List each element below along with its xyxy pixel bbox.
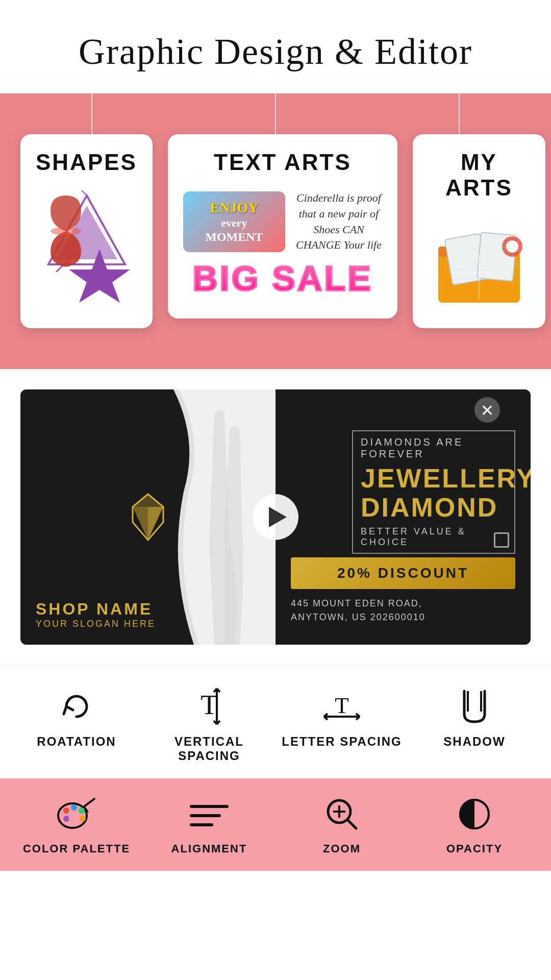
shapes-card-title: SHAPES bbox=[36, 150, 137, 175]
hanging-line-2 bbox=[275, 93, 276, 134]
vertical-spacing-tool[interactable]: T VERTICAL SPACING bbox=[143, 686, 276, 763]
svg-marker-15 bbox=[133, 494, 163, 507]
svg-line-50 bbox=[348, 820, 356, 828]
opacity-icon bbox=[454, 794, 495, 835]
video-right-panel: DIAMONDS ARE FOREVER JEWELLERY DIAMOND B… bbox=[276, 389, 531, 645]
discount-badge: 20% DISCOUNT bbox=[291, 557, 515, 589]
pink-section: SHAPES bbox=[0, 93, 551, 369]
text-box-outline: DIAMONDS ARE FOREVER JEWELLERY DIAMOND B… bbox=[352, 430, 515, 554]
video-left-panel: SHOP NAME YOUR SLOGAN HERE bbox=[20, 389, 276, 645]
svg-point-13 bbox=[506, 240, 518, 253]
shapes-visual bbox=[36, 185, 137, 313]
shop-name: SHOP NAME bbox=[36, 600, 260, 619]
better-value-text: BETTER VALUE & CHOICE bbox=[361, 526, 507, 548]
color-palette-svg bbox=[56, 796, 97, 832]
svg-point-41 bbox=[69, 815, 76, 822]
zoom-icon bbox=[321, 794, 362, 835]
app-title: Graphic Design & Editor bbox=[10, 31, 541, 73]
discount-text: 20% DISCOUNT bbox=[306, 565, 500, 581]
my-arts-card-title: MY ARTS bbox=[428, 150, 530, 201]
shapes-card[interactable]: SHAPES bbox=[20, 134, 153, 328]
svg-text:T: T bbox=[335, 693, 349, 718]
zoom-svg bbox=[324, 796, 360, 832]
opacity-tool[interactable]: OPACITY bbox=[408, 794, 541, 855]
alignment-icon bbox=[189, 794, 230, 835]
cinderella-text: Cinderella is proof that a new pair of S… bbox=[295, 190, 382, 253]
jewellery-diamond-text: JEWELLERY DIAMOND bbox=[361, 464, 507, 522]
alignment-tool[interactable]: ALIGNMENT bbox=[143, 794, 276, 855]
shop-slogan: YOUR SLOGAN HERE bbox=[36, 619, 260, 629]
vertical-spacing-icon: T bbox=[189, 686, 230, 727]
letter-spacing-tool[interactable]: T LETTER SPACING bbox=[276, 686, 408, 749]
opacity-label: OPACITY bbox=[446, 842, 503, 855]
hanging-lines bbox=[0, 93, 551, 134]
vertical-spacing-svg: T bbox=[191, 686, 227, 727]
svg-point-38 bbox=[79, 807, 85, 814]
diamond-logo bbox=[122, 492, 173, 543]
my-arts-card[interactable]: MY ARTS bbox=[413, 134, 545, 328]
alignment-svg bbox=[189, 796, 230, 832]
color-palette-label: COLOR PALETTE bbox=[23, 842, 130, 855]
zoom-label: ZOOM bbox=[323, 842, 361, 855]
hanging-line-3 bbox=[459, 93, 460, 134]
svg-point-4 bbox=[51, 227, 81, 235]
letter-spacing-label: LETTER SPACING bbox=[282, 734, 402, 749]
address-text: 445 MOUNT EDEN ROAD, ANYTOWN, US 2026000… bbox=[291, 597, 515, 624]
text-arts-card-title: TEXT ARTS bbox=[183, 150, 382, 175]
shadow-icon bbox=[454, 686, 495, 727]
shadow-label: SHADOW bbox=[443, 734, 505, 749]
text-arts-visual: ENJOY every MOMENT Cinderella is proof t… bbox=[183, 185, 382, 303]
rotation-tool[interactable]: ROATATION bbox=[10, 686, 143, 749]
vertical-spacing-label: VERTICAL SPACING bbox=[143, 734, 276, 763]
zoom-tool[interactable]: ZOOM bbox=[276, 794, 408, 855]
toolbar: ROATATION T VERTICAL SPACING T bbox=[0, 665, 551, 778]
close-button[interactable] bbox=[474, 397, 500, 423]
enjoy-badge: ENJOY every MOMENT bbox=[183, 191, 285, 252]
text-arts-card[interactable]: TEXT ARTS ENJOY every MOMENT Cinderella … bbox=[168, 134, 397, 318]
cards-row: SHAPES bbox=[20, 134, 531, 328]
opacity-svg bbox=[457, 796, 492, 832]
rotation-label: ROATATION bbox=[37, 734, 116, 749]
letter-spacing-svg: T bbox=[321, 689, 362, 724]
shadow-svg bbox=[457, 686, 492, 727]
svg-marker-16 bbox=[133, 507, 148, 540]
hanging-line-1 bbox=[91, 93, 92, 134]
diamonds-forever-text: DIAMONDS ARE FOREVER bbox=[361, 436, 507, 460]
star-shape-icon bbox=[66, 247, 133, 313]
letter-spacing-icon: T bbox=[321, 686, 362, 727]
rotation-icon bbox=[56, 686, 97, 727]
big-sale-text: BIG SALE bbox=[192, 258, 372, 298]
video-canvas: SHOP NAME YOUR SLOGAN HERE DIAMONDS bbox=[20, 389, 531, 645]
play-button[interactable] bbox=[253, 494, 298, 540]
svg-marker-17 bbox=[148, 507, 163, 540]
svg-point-40 bbox=[63, 816, 69, 822]
diamond-icon bbox=[122, 492, 173, 543]
svg-point-39 bbox=[80, 816, 86, 822]
alignment-label: ALIGNMENT bbox=[171, 842, 247, 855]
svg-marker-5 bbox=[69, 249, 130, 303]
my-arts-illustration bbox=[428, 221, 530, 303]
bottom-bar: COLOR PALETTE ALIGNMENT Z bbox=[0, 778, 551, 871]
svg-point-37 bbox=[71, 804, 77, 811]
play-icon bbox=[269, 507, 287, 527]
svg-point-36 bbox=[63, 807, 69, 814]
header: Graphic Design & Editor bbox=[0, 0, 551, 93]
my-arts-visual bbox=[428, 211, 530, 313]
canvas-section: SHOP NAME YOUR SLOGAN HERE DIAMONDS bbox=[0, 369, 551, 645]
shadow-tool[interactable]: SHADOW bbox=[408, 686, 541, 749]
svg-text:T: T bbox=[201, 689, 218, 720]
color-palette-icon bbox=[56, 794, 97, 835]
resize-handle[interactable] bbox=[494, 532, 509, 548]
rotation-svg bbox=[59, 689, 94, 724]
color-palette-tool[interactable]: COLOR PALETTE bbox=[10, 794, 143, 855]
svg-line-42 bbox=[84, 799, 94, 806]
